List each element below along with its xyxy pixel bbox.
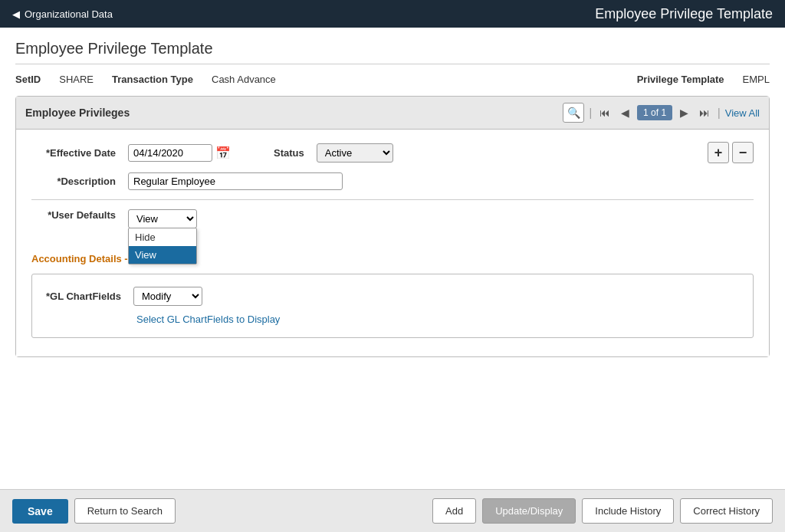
status-label: Status [274,147,304,159]
add-row-button[interactable]: + [708,142,729,163]
view-all-button[interactable]: View All [725,107,760,119]
description-input[interactable] [128,172,343,190]
back-nav[interactable]: ◀ Organizational Data [12,8,113,20]
effective-date-label: *Effective Date [31,147,116,159]
effective-date-row: *Effective Date 📅 Status Active Inactive… [31,142,754,163]
user-defaults-row: *User Defaults View Hide Hide View [31,209,754,228]
setid-value: SHARE [59,74,94,85]
add-remove-buttons: + − [708,142,754,163]
panel-body: *Effective Date 📅 Status Active Inactive… [16,130,769,356]
transaction-type-label: Transaction Type [112,74,193,85]
gl-chartfields-select[interactable]: View Modify Hide [133,287,202,306]
gl-chartfields-link[interactable]: Select GL ChartFields to Display [136,314,741,325]
nav-divider-1: | [589,107,592,119]
last-page-button[interactable]: ⏭ [696,105,713,120]
dropdown-item-view[interactable]: View [129,246,196,264]
user-defaults-select[interactable]: View Hide [128,209,197,228]
nav-divider-2: | [718,107,721,119]
gl-chartfields-row: *GL ChartFields View Modify Hide [44,287,741,306]
user-defaults-label: *User Defaults [31,209,116,221]
panel-title: Employee Privileges [25,107,130,119]
description-row: *Description [31,172,754,190]
transaction-type-value: Cash Advance [212,74,276,85]
page-title: Employee Privilege Template [15,40,770,64]
search-button[interactable]: 🔍 [563,103,584,123]
divider [31,199,754,200]
prev-page-button[interactable]: ◀ [618,105,632,120]
dropdown-item-hide[interactable]: Hide [129,228,196,246]
first-page-button[interactable]: ⏮ [596,105,613,120]
app-title: Employee Privilege Template [595,6,773,22]
status-select[interactable]: Active Inactive [317,143,393,163]
accounting-section: Accounting Details - Line Level *GL Char… [31,253,754,338]
description-label: *Description [31,176,116,187]
panel-controls: 🔍 | ⏮ ◀ 1 of 1 ▶ ⏭ | View All [563,103,760,123]
gl-chartfields-label: *GL ChartFields [44,291,121,302]
effective-date-input[interactable] [128,144,212,162]
meta-row: SetID SHARE Transaction Type Cash Advanc… [15,74,770,85]
remove-row-button[interactable]: − [732,142,754,163]
page-indicator[interactable]: 1 of 1 [637,105,672,120]
main-content: Employee Privilege Template SetID SHARE … [0,28,785,489]
privilege-template-value: EMPL [743,74,770,85]
user-defaults-dropdown-wrapper: View Hide Hide View [128,209,197,228]
back-arrow-icon: ◀ [12,8,20,20]
panel-header: Employee Privileges 🔍 | ⏮ ◀ 1 of 1 ▶ ⏭ |… [16,97,769,130]
search-icon: 🔍 [567,107,580,119]
accounting-inner: *GL ChartFields View Modify Hide Select … [31,274,754,338]
setid-label: SetID [15,74,41,85]
user-defaults-dropdown-menu: Hide View [128,228,197,264]
date-input-wrap: 📅 [128,144,231,162]
top-nav-bar: ◀ Organizational Data Employee Privilege… [0,0,785,28]
employee-privileges-panel: Employee Privileges 🔍 | ⏮ ◀ 1 of 1 ▶ ⏭ |… [15,96,770,357]
next-page-button[interactable]: ▶ [677,105,691,120]
privilege-template-label: Privilege Template [637,74,724,85]
calendar-icon[interactable]: 📅 [215,146,231,160]
back-nav-label: Organizational Data [25,8,113,20]
